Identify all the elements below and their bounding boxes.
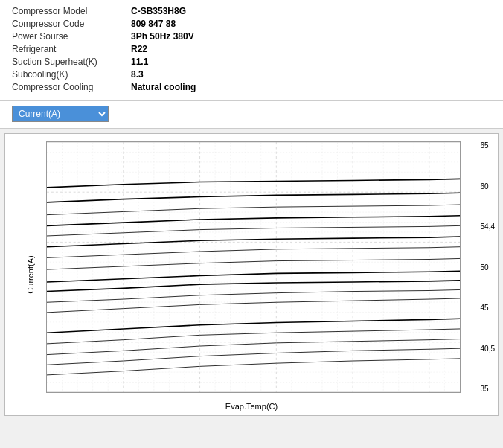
- value-model: C-SB353H8G: [131, 6, 186, 16]
- label-refrigerant: Refrigerant: [12, 44, 131, 54]
- info-row-power: Power Sourse 3Ph 50Hz 380V: [12, 31, 491, 42]
- chart-type-dropdown[interactable]: Current(A) Power(W) EER COP: [12, 106, 109, 122]
- label-superheat: Suction Superheat(K): [12, 57, 131, 67]
- right-label-60: 60: [481, 182, 495, 191]
- info-row-model: Compressor Model C-SB353H8G: [12, 6, 491, 16]
- chart-svg: 10 9 8 7 6 5 -15 -10 -5 0 5 10: [47, 142, 460, 392]
- right-label-45: 45: [481, 304, 495, 312]
- label-cooling: Compressor Cooling: [12, 82, 131, 92]
- info-row-superheat: Suction Superheat(K) 11.1: [12, 57, 491, 67]
- right-label-65: 65: [481, 141, 495, 150]
- info-row-cooling: Compressor Cooling Natural cooling: [12, 82, 491, 92]
- value-superheat: 11.1: [131, 57, 148, 67]
- right-temp-labels: 65 60 54,4 50 45 40,5 35: [481, 141, 495, 393]
- value-code: 809 847 88: [131, 19, 176, 29]
- label-code: Compressor Code: [12, 19, 131, 29]
- label-model: Compressor Model: [12, 6, 131, 16]
- y-axis-label: Current(A): [26, 255, 35, 293]
- right-label-405: 40,5: [481, 345, 495, 353]
- info-panel: Compressor Model C-SB353H8G Compressor C…: [0, 0, 503, 101]
- value-cooling: Natural cooling: [131, 82, 196, 92]
- info-row-refrigerant: Refrigerant R22: [12, 44, 491, 54]
- value-power: 3Ph 50Hz 380V: [131, 31, 194, 42]
- right-label-35: 35: [481, 385, 495, 393]
- chart-plot-area: 10 9 8 7 6 5 -15 -10 -5 0 5 10: [46, 141, 461, 393]
- value-subcooling: 8.3: [131, 69, 144, 80]
- dropdown-container: Current(A) Power(W) EER COP: [0, 101, 503, 129]
- label-power: Power Sourse: [12, 31, 131, 42]
- chart-container: Current(A): [4, 133, 499, 416]
- right-label-544: 54,4: [481, 223, 495, 231]
- right-label-50: 50: [481, 263, 495, 272]
- info-row-subcooling: Subcooling(K) 8.3: [12, 69, 491, 80]
- info-row-code: Compressor Code 809 847 88: [12, 19, 491, 29]
- value-refrigerant: R22: [131, 44, 147, 54]
- label-subcooling: Subcooling(K): [12, 69, 131, 80]
- x-axis-label: Evap.Temp(C): [225, 402, 278, 411]
